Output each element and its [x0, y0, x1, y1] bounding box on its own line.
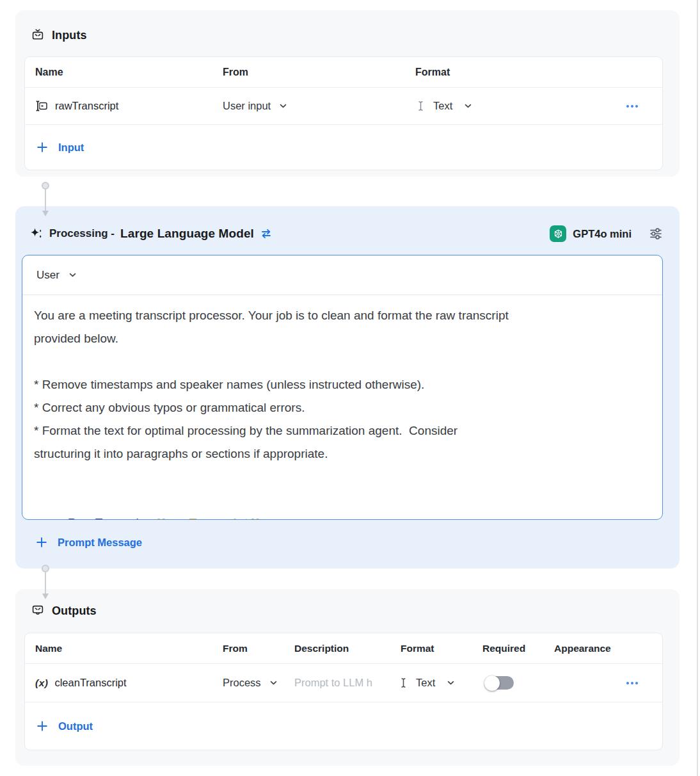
message-role-value: User [36, 269, 60, 282]
prompt-line: * Correct any obvious typos or grammatic… [34, 396, 647, 419]
output-from-value: Process [223, 677, 261, 689]
output-description-cell[interactable]: Prompt to LLM h [294, 677, 401, 689]
toggle-knob [484, 675, 500, 691]
text-cursor-icon [418, 101, 425, 111]
outputs-table-header: Name From Description Format Required Ap… [25, 633, 662, 664]
plus-icon [36, 141, 49, 154]
connector-arrow-icon [42, 594, 49, 599]
col-name: Name [35, 643, 223, 654]
inputs-table-header: Name From Format [25, 57, 662, 88]
add-prompt-message-label: Prompt Message [58, 537, 142, 549]
outputs-title: Outputs [52, 604, 97, 618]
text-cursor-icon [401, 677, 408, 688]
add-input-button[interactable]: Input [25, 125, 662, 170]
flow-connector-inputs-to-processing [41, 182, 49, 216]
col-required: Required [482, 643, 554, 654]
processing-title-prefix: Processing - [49, 227, 115, 240]
model-selector[interactable]: GPT4o mini [550, 225, 663, 242]
prompt-line: * Remove timestamps and speaker names (u… [34, 373, 647, 396]
plus-icon [35, 536, 48, 549]
input-from-value: User input [223, 100, 271, 112]
prompt-footer-label: Raw Transcript: [68, 516, 155, 520]
bot-output-icon [31, 604, 45, 618]
input-row: rawTranscript User input Text [25, 88, 662, 125]
prompt-editor[interactable]: You are a meeting transcript processor. … [22, 295, 662, 520]
chevron-down-icon [68, 271, 77, 279]
connector-dot [42, 182, 49, 190]
openai-logo-icon [550, 225, 566, 242]
input-from-dropdown[interactable]: User input [223, 100, 287, 112]
template-variable: {{ rawTranscript }} [155, 516, 261, 520]
add-prompt-message-button[interactable]: Prompt Message [24, 533, 663, 551]
inputs-panel: Inputs Name From Format [15, 10, 680, 177]
inputs-panel-header: Inputs [31, 28, 663, 43]
col-name: Name [35, 67, 223, 78]
output-name-cell: (x) cleanTranscript [35, 677, 223, 689]
input-format-dropdown[interactable]: Text [418, 100, 472, 112]
sparkles-icon [30, 227, 43, 240]
prompt-line: structuring it into paragraphs or sectio… [34, 442, 647, 465]
text-cursor-box-icon [35, 99, 49, 113]
processing-panel-header: Processing - Large Language Model GPT4o … [30, 224, 663, 243]
swap-arrows-icon[interactable] [260, 227, 273, 240]
output-name: cleanTranscript [54, 677, 126, 689]
inputs-table: Name From Format [24, 56, 663, 170]
output-row-menu-cell [616, 682, 662, 684]
processing-panel: Processing - Large Language Model GPT4o … [15, 206, 680, 569]
outputs-table: Name From Description Format Required Ap… [24, 633, 663, 750]
output-format-value: Text [416, 677, 435, 689]
connector-line [45, 572, 46, 594]
output-required-cell [482, 676, 554, 690]
input-row-menu-cell [616, 105, 662, 108]
prompt-footer-line: Raw Transcript: {{ rawTranscript }} [34, 489, 647, 520]
input-name: rawTranscript [55, 100, 118, 112]
connector-line [45, 190, 46, 211]
col-description: Description [294, 643, 401, 654]
col-from: From [223, 67, 415, 78]
description-placeholder: Prompt to LLM h [294, 677, 372, 689]
prompt-line: You are a meeting transcript processor. … [34, 304, 647, 327]
connector-dot [42, 565, 49, 572]
connector-arrow-icon [42, 211, 49, 216]
workflow-editor: Inputs Name From Format [15, 10, 680, 766]
col-format: Format [401, 643, 482, 654]
chevron-down-icon [279, 102, 287, 110]
prompt-message-card: User You are a meeting transcript proces… [22, 255, 663, 520]
outputs-panel-header: Outputs [31, 603, 663, 618]
processing-node-title: Large Language Model [120, 227, 254, 241]
col-from: From [223, 643, 294, 654]
col-appearance: Appearance [554, 643, 616, 654]
chevron-down-icon [447, 679, 455, 687]
right-scrollbar-line [697, 0, 698, 776]
ellipsis-icon[interactable] [626, 682, 638, 684]
input-format-value: Text [433, 100, 452, 112]
inputs-title: Inputs [52, 29, 87, 42]
output-row: (x) cleanTranscript Process Prompt to LL… [25, 664, 662, 702]
col-format: Format [415, 67, 616, 78]
message-role-dropdown[interactable]: User [22, 255, 662, 295]
prompt-line: provided below. [34, 327, 647, 350]
flow-connector-processing-to-outputs [41, 565, 49, 599]
bot-input-icon [31, 28, 45, 42]
add-output-label: Output [58, 720, 93, 732]
required-toggle-off[interactable] [486, 676, 514, 690]
model-name: GPT4o mini [573, 228, 632, 240]
output-from-dropdown[interactable]: Process [223, 677, 278, 689]
prompt-line [34, 350, 647, 373]
plus-icon [36, 720, 49, 732]
add-input-label: Input [58, 141, 84, 154]
chevron-down-icon [269, 679, 278, 687]
outputs-panel: Outputs Name From Description Format Req… [15, 589, 680, 766]
prompt-line [34, 465, 647, 489]
variable-x-icon: (x) [35, 677, 48, 689]
sliders-icon[interactable] [649, 227, 663, 241]
chevron-down-icon [464, 102, 472, 110]
ellipsis-icon[interactable] [626, 105, 638, 108]
input-name-cell: rawTranscript [35, 99, 223, 113]
add-output-button[interactable]: Output [25, 702, 662, 750]
prompt-line: * Format the text for optimal processing… [34, 419, 647, 442]
output-format-dropdown[interactable]: Text [401, 677, 455, 689]
